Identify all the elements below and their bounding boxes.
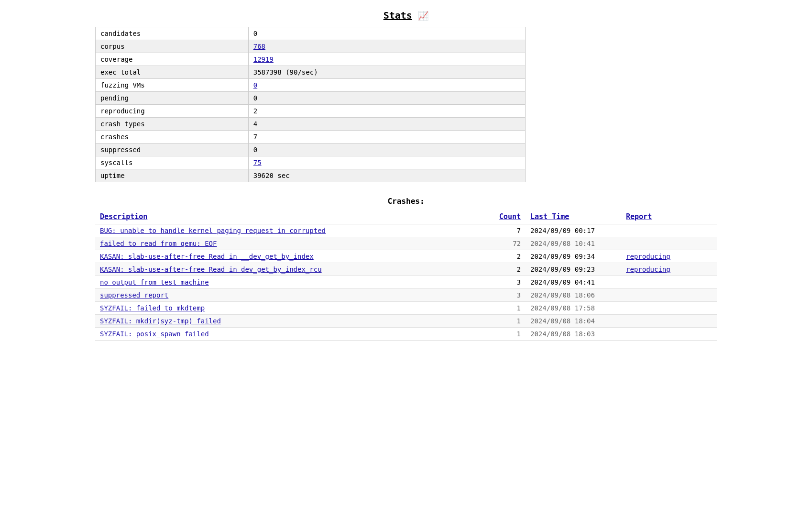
crash-description-cell[interactable]: SYZFAIL: mkdir(syz-tmp) failed <box>95 315 478 328</box>
stats-key: suppressed <box>96 144 249 156</box>
stats-key: coverage <box>96 53 249 66</box>
column-header-description: Description <box>95 210 478 224</box>
table-row: SYZFAIL: mkdir(syz-tmp) failed12024/09/0… <box>95 315 717 328</box>
crash-description-link[interactable]: SYZFAIL: posix_spawn failed <box>100 330 209 338</box>
report-column-link[interactable]: Report <box>626 212 652 221</box>
crash-description-cell[interactable]: BUG: unable to handle kernel paging requ… <box>95 224 478 237</box>
crash-description-cell[interactable]: KASAN: slab-use-after-free Read in dev_g… <box>95 263 478 276</box>
stats-value: 4 <box>248 118 525 131</box>
stats-value-link[interactable]: 768 <box>253 43 265 50</box>
stats-value-link[interactable]: 75 <box>253 159 262 166</box>
crash-count-cell: 2 <box>478 250 526 263</box>
crash-report-cell <box>621 302 717 315</box>
crash-report-cell <box>621 237 717 250</box>
stats-value[interactable]: 768 <box>248 40 525 53</box>
stats-value-link[interactable]: 0 <box>253 81 257 89</box>
column-header-report: Report <box>621 210 717 224</box>
stats-row: exec total3587398 (90/sec) <box>96 66 526 79</box>
count-column-link[interactable]: Count <box>499 212 521 221</box>
stats-row: crash types4 <box>96 118 526 131</box>
crash-description-link[interactable]: no output from test machine <box>100 278 209 286</box>
crash-description-cell[interactable]: SYZFAIL: failed to mkdtemp <box>95 302 478 315</box>
table-row: KASAN: slab-use-after-free Read in __dev… <box>95 250 717 263</box>
crash-description-link[interactable]: BUG: unable to handle kernel paging requ… <box>100 227 326 234</box>
crash-count-cell: 2 <box>478 263 526 276</box>
crash-report-link[interactable]: reproducing <box>626 253 670 260</box>
page-container: Stats 📈 candidates0corpus768coverage1291… <box>95 10 717 341</box>
crash-report-cell <box>621 224 717 237</box>
crash-last-time-cell: 2024/09/09 00:17 <box>526 224 621 237</box>
stats-value: 3587398 (90/sec) <box>248 66 525 79</box>
stats-key: fuzzing VMs <box>96 79 249 92</box>
crash-report-cell <box>621 276 717 289</box>
stats-key: corpus <box>96 40 249 53</box>
crash-count-cell: 1 <box>478 302 526 315</box>
crash-last-time-cell: 2024/09/09 09:23 <box>526 263 621 276</box>
crash-description-link[interactable]: SYZFAIL: mkdir(syz-tmp) failed <box>100 317 221 325</box>
crash-last-time-cell: 2024/09/09 04:41 <box>526 276 621 289</box>
crash-last-time-cell: 2024/09/08 18:04 <box>526 315 621 328</box>
crash-description-cell[interactable]: KASAN: slab-use-after-free Read in __dev… <box>95 250 478 263</box>
crash-description-link[interactable]: KASAN: slab-use-after-free Read in __dev… <box>100 253 314 260</box>
crash-count-cell: 1 <box>478 328 526 341</box>
table-row: KASAN: slab-use-after-free Read in dev_g… <box>95 263 717 276</box>
stats-value[interactable]: 12919 <box>248 53 525 66</box>
stats-key: candidates <box>96 27 249 40</box>
crash-count-cell: 3 <box>478 276 526 289</box>
crash-description-link[interactable]: SYZFAIL: failed to mkdtemp <box>100 304 205 312</box>
crash-description-link[interactable]: suppressed report <box>100 291 168 299</box>
crash-report-cell[interactable]: reproducing <box>621 250 717 263</box>
last-time-column-link[interactable]: Last Time <box>530 212 569 221</box>
stats-row: suppressed0 <box>96 144 526 156</box>
table-row: BUG: unable to handle kernel paging requ… <box>95 224 717 237</box>
stats-row: pending0 <box>96 92 526 105</box>
crash-last-time-cell: 2024/09/08 17:58 <box>526 302 621 315</box>
stats-row: syscalls75 <box>96 156 526 169</box>
stats-title: Stats <box>384 10 412 21</box>
stats-value: 2 <box>248 105 525 118</box>
stats-chart-icon: 📈 <box>418 11 428 21</box>
crash-count-cell: 3 <box>478 289 526 302</box>
stats-row: reproducing2 <box>96 105 526 118</box>
crash-count-cell: 7 <box>478 224 526 237</box>
stats-value-link[interactable]: 12919 <box>253 55 274 63</box>
stats-key: crash types <box>96 118 249 131</box>
column-header-count: Count <box>478 210 526 224</box>
stats-key: pending <box>96 92 249 105</box>
stats-row: fuzzing VMs0 <box>96 79 526 92</box>
crash-report-cell[interactable]: reproducing <box>621 263 717 276</box>
stats-value: 7 <box>248 131 525 144</box>
crash-description-cell[interactable]: no output from test machine <box>95 276 478 289</box>
stats-value[interactable]: 0 <box>248 79 525 92</box>
crash-description-link[interactable]: KASAN: slab-use-after-free Read in dev_g… <box>100 265 322 273</box>
stats-row: coverage12919 <box>96 53 526 66</box>
crash-last-time-cell: 2024/09/08 10:41 <box>526 237 621 250</box>
stats-value: 0 <box>248 144 525 156</box>
table-row: SYZFAIL: failed to mkdtemp12024/09/08 17… <box>95 302 717 315</box>
stats-value: 0 <box>248 92 525 105</box>
crash-count-cell: 1 <box>478 315 526 328</box>
stats-value[interactable]: 75 <box>248 156 525 169</box>
table-row: failed to read from qemu: EOF722024/09/0… <box>95 237 717 250</box>
stats-key: crashes <box>96 131 249 144</box>
crash-description-cell[interactable]: failed to read from qemu: EOF <box>95 237 478 250</box>
column-header-last-time: Last Time <box>526 210 621 224</box>
stats-key: syscalls <box>96 156 249 169</box>
crash-report-cell <box>621 315 717 328</box>
crash-description-link[interactable]: failed to read from qemu: EOF <box>100 240 217 247</box>
crashes-title: Crashes: <box>95 197 717 206</box>
table-row: suppressed report32024/09/08 18:06 <box>95 289 717 302</box>
stats-title-row: Stats 📈 <box>95 10 717 21</box>
crashes-table-body: BUG: unable to handle kernel paging requ… <box>95 224 717 341</box>
crash-description-cell[interactable]: SYZFAIL: posix_spawn failed <box>95 328 478 341</box>
crash-count-cell: 72 <box>478 237 526 250</box>
stats-value: 39620 sec <box>248 169 525 182</box>
crashes-table-header: Description Count Last Time Report <box>95 210 717 224</box>
crash-report-cell <box>621 328 717 341</box>
crash-description-cell[interactable]: suppressed report <box>95 289 478 302</box>
description-column-link[interactable]: Description <box>100 212 147 221</box>
crash-report-link[interactable]: reproducing <box>626 265 670 273</box>
stats-row: candidates0 <box>96 27 526 40</box>
crash-last-time-cell: 2024/09/08 18:03 <box>526 328 621 341</box>
table-row: SYZFAIL: posix_spawn failed12024/09/08 1… <box>95 328 717 341</box>
